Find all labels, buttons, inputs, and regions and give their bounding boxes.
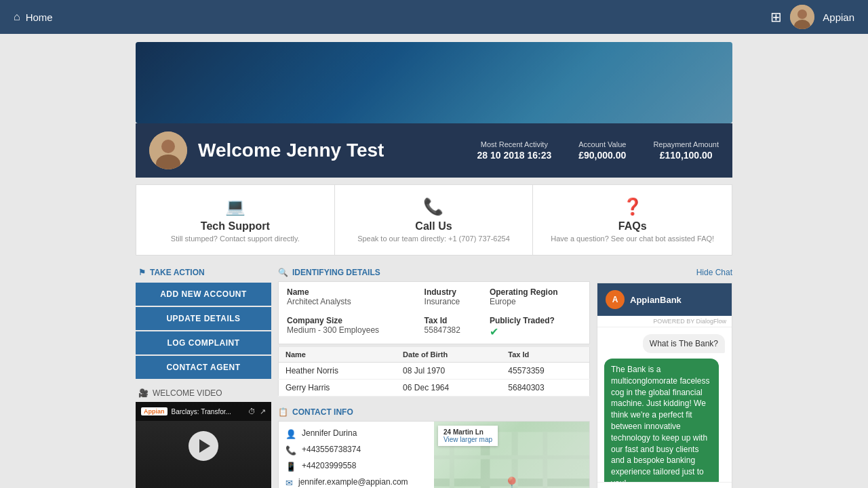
- tech-support-sub: Still stumped? Contact support directly.: [150, 235, 321, 243]
- add-new-account-button[interactable]: ADD NEW ACCOUNT: [136, 283, 271, 306]
- identifying-details-header: 🔍 IDENTIFYING DETAILS: [278, 262, 590, 281]
- main-content: 🔍 IDENTIFYING DETAILS NameArchitect Anal…: [278, 262, 590, 488]
- contact-icon: 📋: [278, 407, 288, 417]
- video-icons: ⏱ ↗: [248, 407, 266, 416]
- hero-banner: [136, 42, 732, 123]
- welcome-stats: Most Recent Activity 28 10 2018 16:23 Ac…: [477, 140, 719, 161]
- video-title: Barclays: Transfor...: [172, 408, 245, 415]
- contact-agent-button[interactable]: CONTACT AGENT: [136, 356, 271, 379]
- person-taxid-1: 56840303: [501, 380, 589, 396]
- map-col: 24 Martin Ln View larger map 📍 + −: [434, 422, 589, 488]
- region-label: Operating Region: [490, 287, 581, 297]
- taxid-value: 55847382: [425, 325, 475, 335]
- grid-icon[interactable]: ⊞: [770, 9, 782, 25]
- question-icon: ❓: [547, 197, 718, 216]
- person-taxid-0: 45573359: [501, 363, 589, 380]
- size-label: Company Size: [287, 316, 410, 325]
- play-button[interactable]: [189, 431, 218, 461]
- phone-icon: 📞: [349, 197, 519, 216]
- nav-home[interactable]: ⌂ Home: [14, 11, 53, 23]
- map-address: 24 Martin Ln: [443, 428, 492, 436]
- home-icon: ⌂: [14, 11, 20, 23]
- chat-message-bot: The Bank is a multiconglomorate faceless…: [604, 359, 719, 482]
- person-name-0: Heather Norris: [279, 363, 397, 380]
- video-thumbnail[interactable]: Appian Barclays: Transfor... ⏱ ↗: [136, 402, 271, 488]
- email-icon: ✉: [285, 478, 293, 488]
- account-value: £90,000.00: [578, 150, 626, 161]
- top-navigation: ⌂ Home ⊞ Appian: [0, 0, 868, 34]
- person-dob-0: 08 Jul 1970: [396, 363, 501, 380]
- phone-contact-icon: 📞: [285, 445, 296, 455]
- contact-name-row: 👤 Jennifer Durina: [285, 428, 427, 439]
- contact-mobile-row: 📱 +44203999558: [285, 461, 427, 472]
- check-icon: ✔: [490, 326, 498, 338]
- contact-phone: +443556738374: [302, 445, 361, 454]
- service-cards: 💻 Tech Support Still stumped? Contact su…: [136, 184, 732, 256]
- welcome-video-header: 🎥 WELCOME VIDEO: [136, 380, 271, 402]
- stat-repayment: Repayment Amount £110,100.00: [653, 140, 719, 161]
- table-row: Heather Norris 08 Jul 1970 45573359: [279, 363, 590, 380]
- col-dob: Date of Birth: [396, 347, 501, 363]
- flag-icon: ⚑: [138, 268, 146, 277]
- contact-email-row: ✉ jennifer.example@appian.com: [285, 477, 427, 488]
- contact-section: 📋 CONTACT INFO 👤 Jennifer Durina 📞 +4435…: [278, 402, 590, 488]
- brand-label: Appian: [823, 12, 854, 23]
- repayment-label: Repayment Amount: [653, 140, 719, 148]
- person-dob-1: 06 Dec 1964: [396, 380, 501, 396]
- region-value: Europe: [490, 297, 581, 306]
- call-us-sub: Speak to our team directly: +1 (707) 737…: [349, 235, 519, 243]
- log-complaint-button[interactable]: LOG COMPLAINT: [136, 331, 271, 354]
- svg-point-1: [797, 9, 807, 19]
- chat-powered: POWERED BY DialogFlow: [597, 316, 732, 327]
- repayment-value: £110,100.00: [653, 150, 719, 161]
- person-name-1: Gerry Harris: [279, 380, 397, 396]
- table-row: Gerry Harris 06 Dec 1964 56840303: [279, 380, 590, 396]
- contact-info-label: CONTACT INFO: [292, 407, 353, 417]
- faqs-sub: Have a question? See our chat bot assist…: [547, 235, 718, 243]
- table-row: Company SizeMedium - 300 Employees Tax I…: [280, 312, 588, 342]
- take-action-header: ⚑ TAKE ACTION: [136, 262, 271, 283]
- search-icon: 🔍: [278, 268, 288, 277]
- left-sidebar: ⚑ TAKE ACTION ADD NEW ACCOUNT UPDATE DET…: [136, 262, 271, 488]
- faqs-title: FAQs: [547, 220, 718, 232]
- welcome-name: Welcome Jenny Test: [198, 140, 466, 161]
- svg-rect-9: [512, 432, 518, 488]
- people-table: Name Date of Birth Tax Id Heather Norris…: [278, 347, 590, 396]
- hero-overlay: [136, 42, 732, 123]
- avatar[interactable]: [790, 5, 814, 29]
- chat-bank-name: AppianBank: [630, 295, 682, 305]
- stat-activity: Most Recent Activity 28 10 2018 16:23: [477, 140, 551, 161]
- video-top-bar: Appian Barclays: Transfor... ⏱ ↗: [136, 402, 271, 421]
- right-sidebar: Hide Chat A AppianBank POWERED BY Dialog…: [597, 262, 732, 488]
- welcome-avatar: [149, 131, 187, 169]
- map-placeholder: 24 Martin Ln View larger map 📍 + −: [434, 422, 589, 488]
- service-card-faqs[interactable]: ❓ FAQs Have a question? See our chat bot…: [533, 185, 732, 255]
- laptop-icon: 💻: [150, 197, 321, 216]
- account-label: Account Value: [578, 140, 626, 148]
- welcome-bar: Welcome Jenny Test Most Recent Activity …: [136, 123, 732, 178]
- svg-point-4: [161, 140, 175, 153]
- name-value: Architect Analysts: [287, 297, 410, 306]
- service-card-call-us[interactable]: 📞 Call Us Speak to our team directly: +1…: [335, 185, 534, 255]
- col-name: Name: [279, 347, 397, 363]
- contact-email: jennifer.example@appian.com: [298, 477, 408, 487]
- hide-chat-button[interactable]: Hide Chat: [597, 262, 732, 283]
- chat-bank-logo: A: [606, 290, 625, 309]
- update-details-button[interactable]: UPDATE DETAILS: [136, 307, 271, 330]
- size-value: Medium - 300 Employees: [287, 325, 410, 335]
- contact-grid: 👤 Jennifer Durina 📞 +443556738374 📱 +442…: [278, 421, 590, 488]
- chat-message-user: What is The Bank?: [643, 334, 725, 353]
- svg-rect-13: [434, 455, 589, 460]
- nav-home-label: Home: [26, 12, 53, 23]
- chat-header: A AppianBank: [597, 283, 732, 316]
- chat-input-area: 🎤: [597, 482, 732, 488]
- call-us-title: Call Us: [349, 220, 519, 232]
- service-card-tech-support[interactable]: 💻 Tech Support Still stumped? Contact su…: [136, 185, 335, 255]
- contact-info-col: 👤 Jennifer Durina 📞 +443556738374 📱 +442…: [279, 422, 434, 488]
- table-row: NameArchitect Analysts IndustryInsurance…: [280, 283, 588, 310]
- map-link[interactable]: View larger map: [443, 436, 492, 443]
- contact-name: Jennifer Durina: [302, 428, 357, 438]
- name-label: Name: [287, 287, 410, 297]
- person-icon: 👤: [285, 429, 296, 439]
- video-icon: 🎥: [138, 388, 149, 398]
